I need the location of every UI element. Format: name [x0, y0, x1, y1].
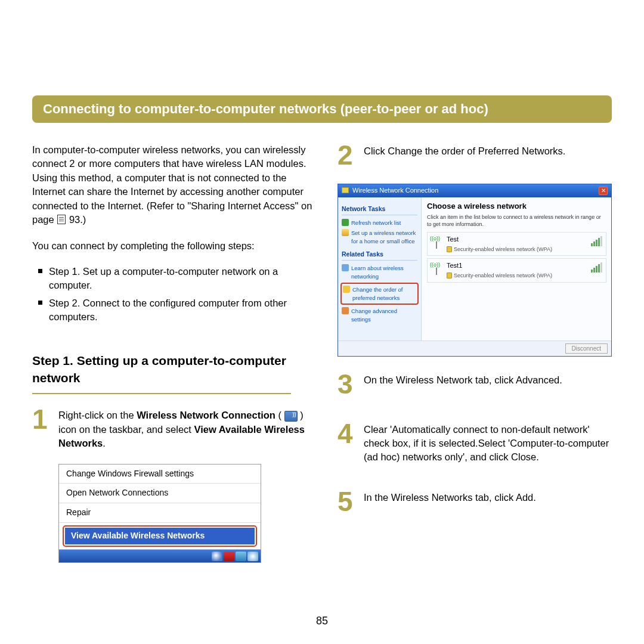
signal-bars-icon — [591, 262, 602, 273]
highlight-outline: View Available Wireless Networks — [63, 525, 257, 547]
sidebar-hdr-related-tasks: Related Tasks — [342, 250, 417, 261]
tray-icon-generic — [212, 552, 222, 561]
step-number-4: 4 — [338, 422, 358, 445]
numbered-step-4: 4 Clear 'Automatically connect to non-de… — [338, 422, 612, 465]
signal-bars-icon — [591, 236, 602, 246]
numbered-step-2: 2 Click Change the order of Preferred Ne… — [338, 143, 612, 167]
menu-item-open-connections[interactable]: Open Network Connections — [59, 484, 261, 503]
sidebar-link-refresh[interactable]: Refresh network list — [342, 218, 417, 228]
step-number-2: 2 — [338, 143, 358, 167]
network-item-test[interactable]: Test Security-enabled wireless network (… — [427, 232, 606, 256]
network-security: Security-enabled wireless network (WPA) — [454, 246, 552, 253]
disconnect-button[interactable]: Disconnect — [565, 343, 608, 354]
refresh-icon — [342, 219, 349, 226]
page-number: 85 — [0, 615, 644, 627]
bullet-step1: Step 1. Set up a computer-to-computer ne… — [36, 265, 314, 293]
choose-network-title: Choose a wireless network — [427, 201, 606, 212]
left-column: In computer-to-computer wireless network… — [32, 143, 314, 563]
step-number-3: 3 — [338, 372, 358, 396]
step1-heading: Step 1. Setting up a computer-to-compute… — [32, 352, 291, 395]
network-name: Test1 — [447, 261, 602, 271]
wireless-title-icon — [342, 187, 349, 193]
intro-paragraph: In computer-to-computer wireless network… — [32, 143, 314, 227]
sidebar-link-advanced[interactable]: Change advanced settings — [342, 306, 417, 324]
sidebar-link-change-order-highlighted[interactable]: Change the order of preferred networks — [340, 283, 419, 305]
tray-icon-wireless — [247, 552, 258, 561]
lock-icon — [447, 273, 452, 278]
wireless-tray-icon — [284, 411, 298, 422]
lock-icon — [447, 246, 452, 252]
wireless-dialog: Wireless Network Connection ✕ Network Ta… — [338, 184, 612, 357]
sidebar-link-setup[interactable]: Set up a wireless network for a home or … — [342, 228, 417, 246]
right-column: 2 Click Change the order of Preferred Ne… — [338, 143, 612, 563]
taskbar-strip — [59, 549, 261, 562]
antenna-icon — [431, 261, 443, 275]
antenna-icon — [431, 235, 443, 249]
section-title: Connecting to computer-to-computer netwo… — [32, 95, 612, 123]
dialog-sidebar: Network Tasks Refresh network list Set u… — [338, 197, 422, 340]
numbered-step-3: 3 On the Wireless Network tab, click Adv… — [338, 372, 612, 396]
sidebar-hdr-network-tasks: Network Tasks — [342, 205, 417, 215]
menu-item-firewall[interactable]: Change Windows Firewall settings — [59, 465, 261, 484]
choose-network-sub: Click an item in the list below to conne… — [427, 213, 606, 229]
dialog-title: Wireless Network Connection — [342, 186, 438, 196]
intro-steps-lead: You can connect by completing the follow… — [32, 239, 314, 253]
tray-icon-alert — [224, 552, 234, 561]
step-number-5: 5 — [338, 490, 358, 513]
numbered-step-5: 5 In the Wireless Networks tab, click Ad… — [338, 490, 612, 513]
close-icon[interactable]: ✕ — [599, 187, 608, 195]
network-item-test1[interactable]: Test1 Security-enabled wireless network … — [427, 258, 606, 282]
tray-icon-network — [236, 552, 246, 561]
network-security: Security-enabled wireless network (WPA) — [454, 272, 552, 280]
menu-item-view-available[interactable]: View Available Wireless Networks — [65, 528, 255, 544]
info-icon — [342, 264, 349, 271]
context-menu: Change Windows Firewall settings Open Ne… — [58, 464, 261, 564]
network-name: Test — [447, 235, 602, 244]
page-ref-icon — [57, 215, 66, 224]
numbered-step-1: 1 Right-click on the Wireless Network Co… — [32, 407, 314, 450]
bullet-step2: Step 2. Connect to the configured comput… — [36, 296, 314, 324]
star-icon — [343, 286, 350, 293]
dialog-main: Choose a wireless network Click an item … — [422, 197, 611, 340]
menu-item-repair[interactable]: Repair — [59, 503, 261, 523]
gear-icon — [342, 307, 349, 314]
step-number-1: 1 — [32, 407, 52, 431]
setup-icon — [342, 229, 349, 236]
sidebar-link-learn[interactable]: Learn about wireless networking — [342, 263, 417, 281]
